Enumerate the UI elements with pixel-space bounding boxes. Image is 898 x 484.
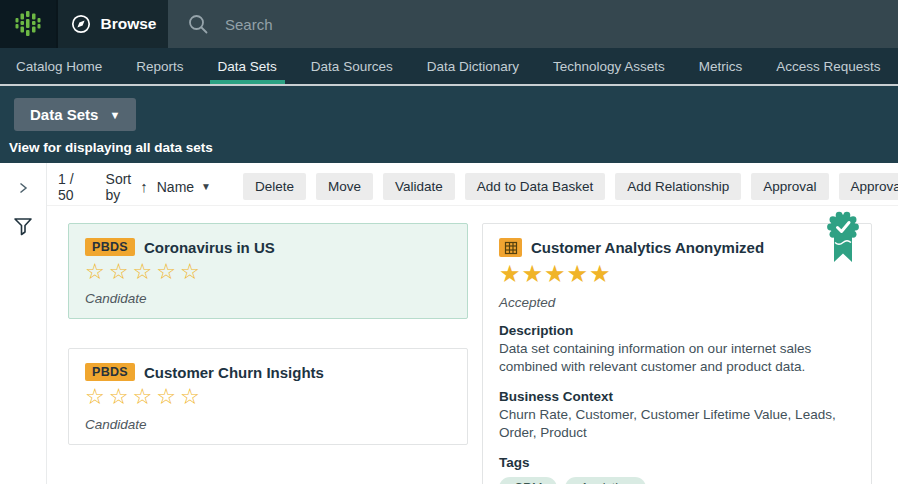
view-selector-label: Data Sets [30, 106, 98, 123]
card-column-left: PBDS Coronavirus in US ☆☆☆☆☆ Candidate P… [68, 223, 468, 445]
nav-item-reports[interactable]: Reports [134, 48, 185, 84]
nav-item-access-requests[interactable]: Access Requests [774, 48, 882, 84]
dataset-card-coronavirus-in-us[interactable]: PBDS Coronavirus in US ☆☆☆☆☆ Candidate [68, 223, 468, 319]
add-relationship-button[interactable]: Add Relationship [615, 173, 741, 200]
add-to-data-basket-button[interactable]: Add to Data Basket [465, 173, 605, 200]
filter-funnel-icon[interactable] [12, 215, 34, 237]
view-description: View for displaying all data sets [8, 140, 898, 155]
status-label: Accepted [499, 295, 855, 310]
search-icon [187, 13, 210, 36]
global-search [168, 0, 898, 48]
sort-field-dropdown[interactable]: Name ▼ [157, 179, 211, 195]
dataset-card-customer-analytics-anonymized[interactable]: Customer Analytics Anonymized ★★★★★ Acce… [482, 223, 872, 484]
view-header: Data Sets ▼ View for displaying all data… [0, 86, 898, 163]
nav-item-catalog-home[interactable]: Catalog Home [14, 48, 104, 84]
tags-label: Tags [499, 455, 855, 470]
card-grid: PBDS Coronavirus in US ☆☆☆☆☆ Candidate P… [68, 223, 898, 484]
rating-stars: ★★★★★ [499, 260, 855, 288]
tag-analytics: Analytics [565, 477, 645, 484]
approval-button-1[interactable]: Approval [751, 173, 828, 200]
approval-button-2[interactable]: Approval [839, 173, 898, 200]
results-toolbar: 1 / 50 Sort by ↑ Name ▼ Delete Move Vali… [47, 172, 898, 206]
nav-item-data-sources[interactable]: Data Sources [309, 48, 395, 84]
delete-button[interactable]: Delete [243, 173, 306, 200]
nav-item-technology-assets[interactable]: Technology Assets [551, 48, 667, 84]
sort-control: Sort by ↑ Name ▼ [106, 171, 211, 203]
nav-item-metrics[interactable]: Metrics [697, 48, 745, 84]
card-title: Customer Churn Insights [144, 364, 324, 381]
pbds-badge: PBDS [85, 238, 135, 256]
result-count: 1 / 50 [58, 171, 74, 203]
compass-icon [70, 13, 92, 35]
validate-button[interactable]: Validate [383, 173, 455, 200]
card-header: Customer Analytics Anonymized [499, 238, 855, 257]
content-area: 1 / 50 Sort by ↑ Name ▼ Delete Move Vali… [0, 163, 898, 484]
business-context-text: Churn Rate, Customer, Customer Lifetime … [499, 406, 855, 442]
browse-button[interactable]: Browse [56, 0, 168, 48]
nav-item-data-sets[interactable]: Data Sets [216, 48, 279, 84]
main-nav: Catalog Home Reports Data Sets Data Sour… [0, 48, 898, 86]
rating-stars: ☆☆☆☆☆ [85, 259, 451, 284]
chevron-down-icon: ▼ [109, 109, 120, 121]
certified-ribbon-icon [825, 210, 861, 266]
pbds-badge: PBDS [85, 363, 135, 381]
filter-rail [0, 163, 47, 484]
rating-stars: ☆☆☆☆☆ [85, 384, 451, 409]
results-panel: 1 / 50 Sort by ↑ Name ▼ Delete Move Vali… [47, 163, 898, 484]
view-selector-button[interactable]: Data Sets ▼ [14, 98, 136, 131]
card-title: Coronavirus in US [144, 239, 275, 256]
tag-list: CRM Analytics [499, 477, 855, 484]
expand-panel-chevron-icon[interactable] [14, 179, 32, 197]
tag-crm: CRM [499, 477, 557, 484]
chevron-down-icon: ▼ [201, 181, 211, 192]
top-bar: Browse [0, 0, 898, 48]
card-header: PBDS Customer Churn Insights [85, 363, 451, 381]
nav-item-data-dictionary[interactable]: Data Dictionary [425, 48, 521, 84]
status-label: Candidate [85, 417, 451, 432]
data-set-table-icon [499, 238, 522, 257]
action-buttons: Delete Move Validate Add to Data Basket … [243, 173, 898, 200]
status-label: Candidate [85, 291, 451, 306]
dataset-card-customer-churn-insights[interactable]: PBDS Customer Churn Insights ☆☆☆☆☆ Candi… [68, 348, 468, 444]
business-context-label: Business Context [499, 389, 855, 404]
logo-icon [14, 10, 42, 38]
sort-field-label: Name [157, 179, 194, 195]
sort-ascending-icon[interactable]: ↑ [140, 178, 148, 195]
card-header: PBDS Coronavirus in US [85, 238, 451, 256]
description-text: Data set containing information on our i… [499, 340, 855, 376]
description-label: Description [499, 323, 855, 338]
search-input[interactable] [225, 16, 645, 33]
move-button[interactable]: Move [316, 173, 373, 200]
app-logo[interactable] [0, 0, 56, 48]
browse-label: Browse [101, 15, 157, 33]
sort-by-label: Sort by [106, 171, 132, 203]
card-title: Customer Analytics Anonymized [531, 239, 764, 256]
